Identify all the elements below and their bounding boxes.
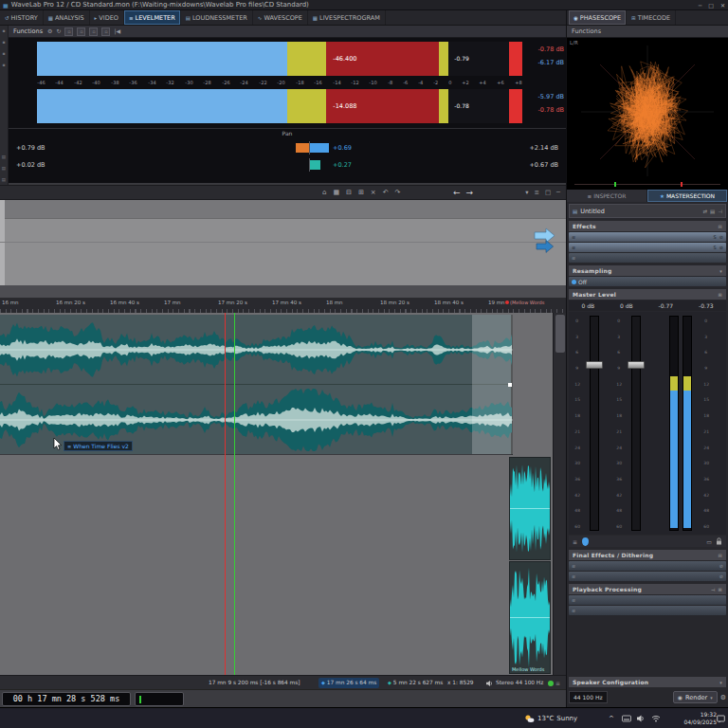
- vertical-scrollbar[interactable]: [553, 313, 566, 675]
- audio-clip-lane2-top[interactable]: [509, 457, 551, 560]
- section-options-icon[interactable]: ▾: [719, 680, 722, 685]
- reset-icon[interactable]: ↻: [56, 27, 61, 36]
- dropdown-icon[interactable]: ▾: [525, 189, 528, 196]
- bypass-icon[interactable]: ⊘: [719, 573, 723, 579]
- maximize-button[interactable]: □: [708, 2, 714, 9]
- close-button[interactable]: ✕: [720, 2, 725, 9]
- solo-icon[interactable]: S: [714, 234, 717, 240]
- strip-tool-7-icon[interactable]: ▤: [2, 177, 6, 182]
- tab-inspector[interactable]: ≡ INSPECTOR: [567, 190, 647, 202]
- menu-tab-levelmeter[interactable]: ≡LEVELMETER: [124, 10, 181, 25]
- view-toggle-3-icon[interactable]: ▫: [89, 27, 98, 36]
- selection-start-readout[interactable]: ◆ 17 mn 26 s 64 ms: [318, 678, 379, 688]
- menu-tab-video[interactable]: ▸VIDEO: [90, 10, 124, 25]
- effect-slot-3[interactable]: ≋: [569, 253, 726, 263]
- effect-slot-1[interactable]: ≋ S⊘: [569, 232, 726, 242]
- render-button[interactable]: ◉ Render ▾: [673, 691, 718, 703]
- final-effect-slot-1[interactable]: ≋⊘: [569, 561, 726, 571]
- speaker-config-section-header[interactable]: Speaker Configuration ▾: [569, 677, 726, 687]
- monitor-output-icon[interactable]: [582, 537, 589, 546]
- lock-icon[interactable]: [716, 537, 722, 545]
- fader-handle-right[interactable]: [628, 361, 645, 369]
- menu-tab-wavescope[interactable]: ∿WAVESCOPE: [253, 10, 308, 25]
- time-ruler[interactable]: 16 mn16 mn 20 s16 mn 40 s17 mn17 mn 20 s…: [0, 299, 566, 313]
- section-expand-icon[interactable]: ⊞: [719, 587, 722, 592]
- touch-keyboard-icon[interactable]: [622, 715, 631, 722]
- view-toggle-2-icon[interactable]: ▫: [77, 27, 85, 36]
- menu-tab-timecode[interactable]: ⊞TIMECODE: [627, 10, 676, 25]
- zoom-readout[interactable]: x 1: 8529: [447, 676, 474, 690]
- playback-slot-1[interactable]: ≋: [569, 595, 726, 605]
- strip-tool-5-icon[interactable]: ▤: [2, 155, 6, 159]
- master-level-section-header[interactable]: Master Level ⊞: [569, 289, 726, 300]
- section-options-icon[interactable]: ⊣: [711, 587, 716, 592]
- montage-marker[interactable]: (Mellow Words: [505, 300, 544, 305]
- menu-tab-analysis[interactable]: ▦ANALYSIS: [44, 10, 90, 25]
- final-effects-section-header[interactable]: Final Effects / Dithering ⊟: [569, 550, 726, 560]
- minimize-icon[interactable]: ─: [556, 189, 560, 196]
- tab-mastersection[interactable]: ★ MASTERSECTION: [647, 190, 728, 202]
- meter-options-icon[interactable]: ≡: [573, 538, 577, 545]
- tray-overflow-chevron[interactable]: ^: [609, 708, 614, 728]
- grid-icon[interactable]: ▦: [333, 189, 339, 196]
- montage-edit-area[interactable]: Mellow Words ≡ When Time Flies v2: [0, 313, 566, 675]
- render-settings-icon[interactable]: ⚙: [720, 694, 726, 701]
- clip-indicator[interactable]: [509, 89, 522, 123]
- section-options-icon[interactable]: ⊟: [719, 553, 722, 558]
- fader-track-right[interactable]: [631, 316, 641, 531]
- weather-widget[interactable]: 13°C Sunny: [524, 708, 577, 728]
- final-effect-slot-2[interactable]: ≋⊘: [569, 572, 726, 581]
- strip-tool-3-icon[interactable]: ▪: [2, 51, 5, 56]
- playback-slot-2[interactable]: ≋: [569, 606, 726, 615]
- home-icon[interactable]: ⌂: [322, 189, 326, 196]
- strip-tool-2-icon[interactable]: ▪: [2, 40, 5, 45]
- functions-menu[interactable]: Functions: [13, 27, 43, 35]
- crossfade-arrows-icon[interactable]: [534, 227, 558, 253]
- section-expand-icon[interactable]: ⊞: [719, 292, 722, 298]
- minimize-button[interactable]: ─: [699, 2, 702, 9]
- audio-clip-lane2-bottom[interactable]: Mellow Words: [509, 561, 551, 674]
- section-options-icon[interactable]: ⊟: [719, 224, 722, 229]
- menu-tab-livespectrogram[interactable]: ▦LIVESPECTROGRAM: [308, 10, 386, 25]
- nav-forward-icon[interactable]: →: [466, 188, 474, 197]
- preset-compare-icon[interactable]: ⇄: [702, 209, 707, 214]
- wifi-icon[interactable]: [651, 715, 661, 722]
- menu-tab-history[interactable]: ↺HISTORY: [0, 10, 44, 25]
- settings-icon[interactable]: ⚙: [47, 27, 52, 36]
- audio-format-readout[interactable]: Stereo 44 100 Hz: [483, 678, 546, 688]
- effect-slot-2[interactable]: ≋ S⊘: [569, 243, 726, 252]
- clip-end-handle[interactable]: [508, 383, 512, 387]
- add-track-icon[interactable]: ⊞: [358, 189, 364, 196]
- phasescope-functions-menu[interactable]: Functions: [572, 27, 601, 35]
- collapse-left-icon[interactable]: |◀: [114, 27, 120, 36]
- redo-icon[interactable]: ↷: [395, 189, 401, 196]
- edit-cursor[interactable]: [225, 313, 226, 675]
- scrollbar-thumb[interactable]: [555, 315, 565, 353]
- action-center-button[interactable]: [717, 708, 725, 728]
- bypass-icon[interactable]: ⊘: [719, 563, 723, 569]
- layout-icon[interactable]: □: [545, 189, 551, 196]
- dim-output-icon[interactable]: ▭: [706, 538, 712, 545]
- menu-tab-phasescope[interactable]: ◉PHASESCOPE: [569, 10, 627, 25]
- menu-tab-loudnessmeter[interactable]: ▤LOUDNESSMETER: [181, 10, 253, 25]
- fader-track-left[interactable]: [590, 316, 599, 531]
- resampling-slot[interactable]: Off: [569, 277, 726, 286]
- status-menu-icon[interactable]: ≡: [555, 678, 560, 688]
- nav-back-icon[interactable]: ←: [453, 188, 461, 197]
- selection-length-readout[interactable]: ◆ 5 mn 22 s 627 ms: [385, 678, 446, 688]
- effects-section-header[interactable]: Effects ⊟: [569, 221, 726, 231]
- sample-rate-box[interactable]: 44 100 Hz: [569, 691, 608, 703]
- taskbar-clock[interactable]: 19:32 04/09/2025: [673, 708, 717, 728]
- preset-row[interactable]: ▤ Untitled ⇄ ▤ ⊣: [569, 204, 726, 218]
- menu-icon[interactable]: ≡: [534, 189, 538, 196]
- playback-processing-section-header[interactable]: Playback Processing ⊣⊞: [569, 584, 726, 594]
- bypass-icon[interactable]: ⊘: [719, 245, 723, 250]
- undo-icon[interactable]: ↶: [383, 189, 389, 196]
- view-toggle-1-icon[interactable]: ▫: [64, 27, 73, 36]
- speaker-icon[interactable]: [637, 715, 646, 722]
- resampling-section-header[interactable]: Resampling ▾: [569, 265, 726, 276]
- clip-indicator[interactable]: [509, 42, 522, 76]
- clip-name-chip[interactable]: ≡ When Time Flies v2: [64, 441, 133, 451]
- lanes-icon[interactable]: ⊟: [346, 189, 352, 196]
- view-toggle-4-icon[interactable]: ▫: [101, 27, 110, 36]
